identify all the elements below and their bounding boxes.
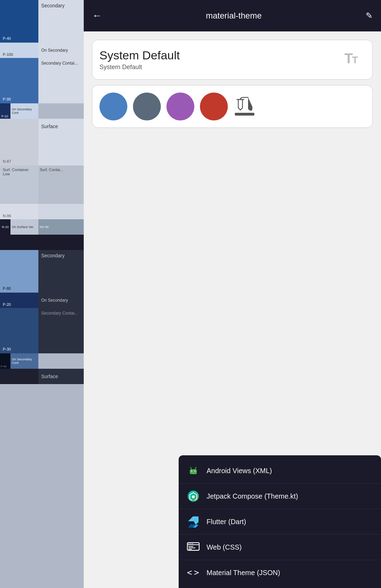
svg-point-20 — [190, 543, 191, 544]
font-card[interactable]: System Default System Default T T — [92, 40, 373, 80]
row-surf-container: Surf. Container Low Surf. Contai... — [0, 166, 84, 204]
menu-item-android-xml[interactable]: Android Views (XML) — [179, 458, 381, 484]
row-surface-top: Surface — [0, 119, 84, 134]
swatch-p80: P-80 — [0, 250, 38, 293]
svg-rect-24 — [188, 549, 192, 550]
swatch-p10: P-10 — [0, 103, 10, 119]
jetpack-compose-label: Jetpack Compose (Theme.kt) — [207, 492, 298, 500]
swatch-sec-container-label-top: Secondary Contai... — [38, 58, 84, 103]
svg-text:>: > — [194, 568, 199, 578]
row-on-secondary-bottom: P-20 On Secondary — [0, 293, 84, 308]
font-name-small: System Default — [99, 64, 180, 71]
row-secondary-bottom: P-80 Secondary — [0, 250, 84, 293]
row-n87: N-87 — [0, 134, 84, 166]
swatch-surface-empty-bottom — [0, 369, 38, 384]
text-size-icon: T T — [344, 50, 365, 69]
swatch-b-p90: P-90 — [0, 353, 10, 369]
swatch-surface-empty-top — [0, 119, 38, 134]
header-title: material-theme — [206, 11, 262, 21]
swatch-surf-cont-high: Surf. Contai... — [38, 166, 84, 204]
swatch-p40: P-40 — [0, 0, 38, 43]
menu-item-flutter[interactable]: Flutter (Dart) — [179, 509, 381, 535]
row-sec-container-bottom: P-30 Secondary Contai... — [0, 308, 84, 353]
svg-point-12 — [192, 495, 195, 498]
edit-button[interactable]: ✎ — [366, 11, 373, 21]
color-circle-purple — [166, 93, 194, 120]
menu-item-jetpack-compose[interactable]: Jetpack Compose (Theme.kt) — [179, 484, 381, 509]
svg-point-8 — [195, 471, 196, 472]
svg-rect-22 — [188, 546, 193, 547]
flutter-icon — [187, 515, 200, 528]
right-panel: ← material-theme ✎ System Default System… — [84, 0, 381, 588]
color-circle-slate — [133, 93, 161, 120]
svg-rect-6 — [190, 469, 197, 474]
row-n96: N-96 — [0, 204, 84, 219]
svg-line-9 — [190, 467, 192, 469]
svg-point-21 — [192, 543, 193, 544]
export-menu: Android Views (XML) Jetpack Compose (The… — [179, 455, 381, 588]
swatch-n87: N-87 — [0, 134, 38, 166]
flutter-label: Flutter (Dart) — [207, 518, 246, 526]
row-sec-container-top: P-90 Secondary Contai... — [0, 58, 84, 103]
swatch-nv30: NV-30 — [38, 219, 84, 235]
palette-card[interactable] — [92, 85, 373, 128]
swatch-surface-label-bottom: Surface — [38, 369, 84, 384]
dark-divider — [0, 235, 84, 250]
menu-item-web-css[interactable]: Web (CSS) — [179, 535, 381, 560]
swatch-on-sec-cont-light-top: On Secondary Cont — [10, 103, 38, 119]
swatch-n10: N-10 — [0, 219, 10, 235]
swatch-n96: N-96 — [0, 204, 38, 219]
swatch-n96-fill — [38, 204, 84, 219]
swatch-p90: P-90 — [0, 58, 38, 103]
svg-rect-3 — [235, 113, 254, 116]
row-on-surface-var: N-10 On Surface Var. NV-30 — [0, 219, 84, 235]
android-xml-label: Android Views (XML) — [207, 467, 272, 475]
svg-text:<: < — [187, 568, 192, 578]
android-icon — [187, 464, 200, 477]
row-surface-bottom: Surface — [0, 369, 84, 384]
svg-point-7 — [191, 471, 192, 472]
svg-rect-23 — [188, 547, 195, 548]
row-on-sec-cont-bottom: P-90 On Secondary Cont — [0, 353, 84, 369]
web-css-icon — [187, 541, 200, 553]
header: ← material-theme ✎ — [84, 0, 381, 31]
menu-item-material-json[interactable]: < > Material Theme (JSON) — [179, 560, 381, 585]
paint-bucket-icon — [233, 97, 256, 116]
swatch-surface-label-top: Surface — [38, 119, 84, 134]
swatch-p100: P-100 — [0, 43, 38, 58]
back-button[interactable]: ← — [92, 10, 102, 21]
web-css-label: Web (CSS) — [207, 543, 242, 551]
swatch-on-sec-label-top: On Secondary — [38, 43, 84, 58]
svg-text:T: T — [352, 54, 358, 65]
color-circle-red — [200, 93, 228, 120]
jetpack-icon — [187, 490, 200, 502]
color-circle-blue — [99, 93, 127, 120]
row-secondary-top: P-40 Secondary — [0, 0, 84, 43]
material-json-label: Material Theme (JSON) — [207, 569, 280, 577]
swatch-surface-fill — [38, 134, 84, 166]
font-name-large: System Default — [99, 49, 180, 62]
swatch-b-on-sec-cont-light: On Secondary Cont — [10, 353, 38, 369]
row-on-sec-cont-top: P-10 On Secondary Cont — [0, 103, 84, 119]
swatch-secondary-label-bottom: Secondary — [38, 250, 84, 293]
svg-point-2 — [249, 108, 252, 111]
swatch-surf-cont-low: Surf. Container Low — [0, 166, 38, 204]
swatch-on-sec-label-bottom: On Secondary — [38, 293, 84, 308]
swatch-p30: P-30 — [0, 308, 38, 353]
code-icon: < > — [187, 566, 200, 579]
svg-text:T: T — [344, 51, 353, 66]
svg-line-10 — [195, 467, 196, 469]
swatch-sec-container-label-bottom: Secondary Contai... — [38, 308, 84, 353]
fill-tool[interactable] — [233, 97, 256, 116]
left-panel: P-40 Secondary P-100 On Secondary P-90 S… — [0, 0, 84, 588]
swatch-on-surf-var: On Surface Var. — [10, 219, 38, 235]
swatch-p20: P-20 — [0, 293, 38, 308]
font-text: System Default System Default — [99, 49, 180, 71]
svg-point-19 — [189, 543, 189, 544]
row-on-secondary-top: P-100 On Secondary — [0, 43, 84, 58]
swatch-secondary-label-top: Secondary — [38, 0, 84, 43]
